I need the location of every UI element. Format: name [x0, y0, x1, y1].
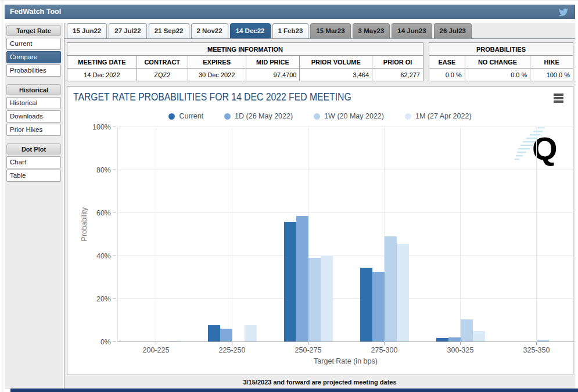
- value-hike: 100.0 %: [530, 69, 573, 81]
- bar-1d-26-may-2022-225-250: [220, 329, 232, 341]
- hamburger-menu-icon[interactable]: [554, 93, 563, 104]
- sidebar-item-downloads[interactable]: Downloads: [6, 110, 61, 123]
- y-tick: [113, 299, 116, 299]
- value-prior-oi: 62,277: [372, 69, 423, 81]
- tab-14-dec22[interactable]: 14 Dec22: [230, 23, 271, 38]
- tab-21-sep22[interactable]: 21 Sep22: [149, 23, 189, 38]
- value-no-change: 0.0 %: [465, 69, 530, 81]
- bar-1m-27-apr-2022-225-250: [245, 325, 257, 341]
- bar-1w-20-may-2022-300-325: [461, 319, 473, 341]
- column-header-mid-price: MID PRICE: [246, 56, 300, 69]
- x-tick: [232, 342, 232, 345]
- legend-label: 1M (27 Apr 2022): [415, 112, 472, 120]
- tab-27-jul22[interactable]: 27 Jul22: [109, 23, 146, 38]
- bottom-bar: [10, 389, 578, 392]
- value-meeting-date: 14 Dec 2022: [67, 69, 137, 81]
- sidebar-item-compare[interactable]: Compare: [6, 51, 61, 63]
- sidebar-item-historical[interactable]: Historical: [6, 97, 61, 109]
- bar-1w-20-may-2022-250-275: [308, 258, 321, 341]
- tab-3-may23[interactable]: 3 May23: [353, 23, 390, 38]
- bar-1m-27-apr-2022-300-325: [473, 331, 485, 342]
- bar-1d-26-may-2022-275-300: [372, 272, 385, 341]
- x-gridline: [536, 127, 537, 342]
- value-expires: 30 Dec 2022: [188, 69, 246, 81]
- frame-left-line: [2, 0, 2, 392]
- sidebar-item-chart[interactable]: Chart: [6, 156, 61, 168]
- sidebar-gap: [6, 78, 62, 84]
- bar-group-250-275: [284, 216, 333, 341]
- y-tick: [113, 256, 116, 256]
- x-axis-title: Target Rate (in bps): [117, 357, 574, 365]
- x-tick: [384, 342, 385, 345]
- legend-label: 1D (26 May 2022): [235, 112, 293, 120]
- sidebar-item-table[interactable]: Table: [6, 170, 61, 182]
- x-tick: [536, 342, 537, 345]
- x-gridline: [232, 127, 232, 342]
- x-category-label: 300-325: [422, 346, 498, 354]
- x-category-label: 250-275: [270, 346, 346, 354]
- x-tick: [308, 342, 308, 345]
- bar-1w-20-may-2022-325-350: [537, 340, 549, 341]
- tab-2-nov22[interactable]: 2 Nov22: [191, 23, 228, 38]
- table-row: 14 Dec 2022ZQZ230 Dec 202297.47003,46462…: [67, 69, 423, 81]
- projected-dates-note: 3/15/2023 and forward are projected meet…: [64, 379, 575, 386]
- column-header-ease: EASE: [429, 56, 465, 69]
- twitter-icon[interactable]: [558, 8, 569, 17]
- sidebar-section-target-rate: Target Rate: [6, 25, 61, 36]
- sidebar-section-historical: Historical: [6, 84, 61, 95]
- tab-15-jun22[interactable]: 15 Jun22: [67, 23, 107, 38]
- bar-1m-27-apr-2022-250-275: [321, 256, 333, 341]
- bar-current-250-275: [284, 222, 296, 341]
- value-ease: 0.0 %: [429, 69, 465, 81]
- sidebar-item-current[interactable]: Current: [6, 38, 61, 50]
- tab-1-feb23[interactable]: 1 Feb23: [272, 23, 309, 38]
- legend-dot-current: [168, 113, 175, 120]
- bar-group-225-250: [208, 325, 257, 341]
- legend-label: 1W (20 May 2022): [324, 112, 384, 120]
- frame-top-line: [0, 1, 578, 1]
- y-tick-label: 80%: [82, 166, 111, 174]
- bar-current-300-325: [436, 338, 448, 341]
- tab-14-jun23[interactable]: 14 Jun23: [392, 23, 432, 38]
- chart-legend: Current1D (26 May 2022)1W (20 May 2022)1…: [67, 112, 573, 120]
- y-gridline: [118, 213, 574, 213]
- column-header-contract: CONTRACT: [137, 56, 188, 69]
- bar-current-225-250: [208, 325, 220, 341]
- y-tick-label: 0%: [82, 338, 111, 346]
- bar-group-300-325: [436, 319, 485, 341]
- y-gridline: [118, 170, 574, 170]
- bar-group-325-350: [512, 340, 561, 341]
- bar-1d-26-may-2022-250-275: [296, 216, 308, 341]
- sidebar-item-probabilities[interactable]: Probabilities: [6, 64, 61, 77]
- tab-15-mar23[interactable]: 15 Mar23: [310, 23, 350, 38]
- bar-group-200-225: [132, 341, 181, 341]
- y-tick: [113, 341, 116, 342]
- y-axis-title: Probability: [80, 207, 88, 241]
- x-gridline: [156, 127, 156, 342]
- column-header-meeting-date: MEETING DATE: [67, 56, 137, 69]
- legend-item-1w-20-may-2022[interactable]: 1W (20 May 2022): [314, 112, 384, 120]
- meeting-information-title: MEETING INFORMATION: [67, 43, 423, 56]
- y-tick: [113, 213, 116, 213]
- app-header: FedWatch Tool: [5, 5, 575, 19]
- sidebar-section-dot-plot: Dot Plot: [6, 143, 61, 154]
- tab-26-jul23[interactable]: 26 Jul23: [434, 23, 472, 38]
- x-category-label: 275-300: [346, 346, 422, 354]
- y-tick-label: 20%: [82, 295, 111, 303]
- meeting-date-tabstrip: 15 Jun2227 Jul2221 Sep222 Nov2214 Dec221…: [64, 23, 575, 39]
- x-axis-line: [117, 341, 574, 342]
- y-tick: [113, 127, 116, 127]
- bar-group-275-300: [360, 236, 409, 341]
- value-contract: ZQZ2: [137, 69, 188, 81]
- column-header-expires: EXPIRES: [188, 56, 246, 69]
- legend-item-1m-27-apr-2022[interactable]: 1M (27 Apr 2022): [405, 112, 472, 120]
- legend-item-current[interactable]: Current: [168, 112, 203, 120]
- sidebar-item-prior-hikes[interactable]: Prior Hikes: [6, 124, 61, 136]
- chart-title: TARGET RATE PROBABILITIES FOR 14 DEC 202…: [73, 91, 351, 103]
- legend-item-1d-26-may-2022[interactable]: 1D (26 May 2022): [224, 112, 293, 120]
- bar-current-275-300: [360, 268, 372, 341]
- main-panel: 15 Jun2227 Jul2221 Sep222 Nov2214 Dec221…: [64, 23, 575, 389]
- bar-1m-27-apr-2022-275-300: [397, 244, 409, 341]
- x-gridline: [460, 127, 461, 342]
- meeting-information-table: MEETING INFORMATIONMEETING DATECONTRACTE…: [67, 42, 423, 81]
